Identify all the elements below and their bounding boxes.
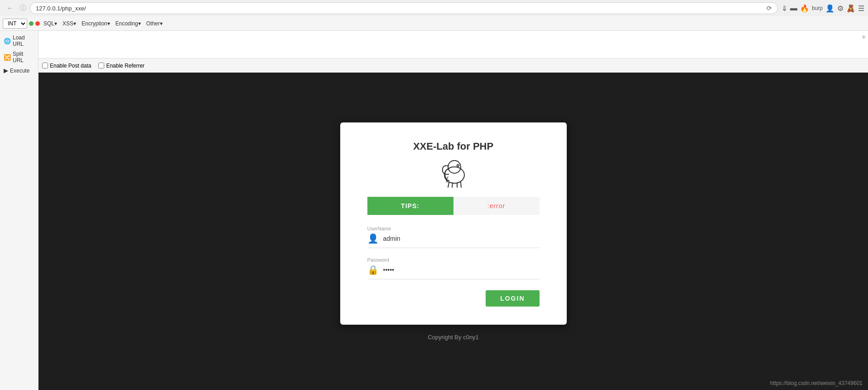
nav-icons: ⇓ ▬ 🔥 burp 👤 ⚙ 🧸 ☰ (781, 4, 864, 13)
password-row: 🔒 (367, 264, 540, 279)
address-bar[interactable]: 127.0.0.1/php_xxe/ ⟳ (30, 2, 778, 14)
enable-post-checkbox[interactable] (42, 63, 48, 68)
footer-link[interactable]: https://blog.csdn.net/weixin_43749601 (770, 380, 863, 386)
extensions-icon[interactable]: 🧸 (846, 4, 855, 13)
nav-bar: ← ⓘ 127.0.0.1/php_xxe/ ⟳ ⇓ ▬ 🔥 burp 👤 ⚙ … (0, 0, 868, 16)
sidebar-item-load-url[interactable]: 🌐 Load URL (0, 33, 38, 49)
enable-post-label: Enable Post data (50, 63, 91, 69)
password-input[interactable] (383, 266, 540, 273)
url-input-wrapper: + (39, 31, 868, 58)
load-url-label: Load URL (13, 34, 34, 47)
execute-label: Execute (10, 68, 29, 74)
url-text: 127.0.0.1/php_xxe/ (36, 5, 767, 12)
sidebar: 🌐 Load URL 🔀 Split URL ▶ Execute (0, 31, 39, 390)
menu-icon[interactable]: ☰ (858, 4, 864, 13)
right-panel: + Enable Post data Enable Referrer XXE-L… (39, 31, 868, 390)
dark-page: XXE-Lab for PHP (39, 73, 868, 390)
username-row: 👤 (367, 233, 540, 248)
password-field-group: Password 🔒 (367, 257, 540, 279)
username-input[interactable] (383, 235, 540, 242)
add-tab-button[interactable]: + (861, 33, 866, 42)
lock-icon: 🔒 (367, 264, 379, 275)
sql-menu[interactable]: SQL▾ (42, 20, 59, 28)
encoding-menu[interactable]: Encoding▾ (114, 20, 143, 28)
toolbar: INT SQL▾ XSS▾ Encryption▾ Encoding▾ Othe… (0, 16, 868, 31)
info-icon[interactable]: ⓘ (20, 4, 26, 12)
green-dot (29, 21, 34, 26)
user-icon[interactable]: 👤 (825, 4, 834, 13)
browser-body: 🌐 Load URL 🔀 Split URL ▶ Execute + (0, 31, 868, 390)
login-button[interactable]: LOGIN (486, 290, 539, 307)
split-url-icon: 🔀 (4, 54, 11, 61)
enable-post-option[interactable]: Enable Post data (42, 63, 91, 69)
enable-referrer-label: Enable Referrer (106, 63, 145, 69)
back-button[interactable]: ← (4, 2, 16, 15)
username-field-group: UserName 👤 (367, 226, 540, 248)
svg-line-4 (448, 182, 449, 187)
red-dot (35, 21, 40, 26)
sidebar-item-split-url[interactable]: 🔀 Split URL (0, 49, 38, 65)
tab-icon[interactable]: ▬ (790, 4, 797, 12)
settings-icon[interactable]: ⚙ (837, 4, 844, 13)
fire-icon[interactable]: 🔥 (800, 4, 809, 13)
sidebar-item-execute[interactable]: ▶ Execute (0, 65, 38, 76)
options-bar: Enable Post data Enable Referrer (39, 58, 868, 73)
svg-line-7 (461, 182, 461, 187)
card-title: XXE-Lab for PHP (367, 141, 540, 152)
login-card: XXE-Lab for PHP (340, 122, 567, 325)
split-url-label: Split URL (13, 51, 34, 63)
user-field-icon: 👤 (367, 233, 379, 244)
burp-label: burp (812, 5, 823, 11)
url-input[interactable] (39, 31, 868, 58)
elephant-logo (435, 158, 472, 190)
svg-line-5 (452, 183, 453, 187)
enable-referrer-checkbox[interactable] (98, 63, 104, 68)
tab-tips[interactable]: TIPS: (367, 197, 453, 215)
int-dropdown[interactable]: INT (3, 19, 27, 29)
svg-point-3 (458, 165, 458, 166)
execute-icon: ▶ (4, 67, 8, 74)
login-btn-row: LOGIN (367, 290, 540, 307)
tab-error[interactable]: :error (453, 197, 540, 215)
encryption-menu[interactable]: Encryption▾ (80, 20, 112, 28)
tab-bar: TIPS: :error (367, 197, 540, 215)
browser-window: ← ⓘ 127.0.0.1/php_xxe/ ⟳ ⇓ ▬ 🔥 burp 👤 ⚙ … (0, 0, 868, 390)
footer-copyright: Copyright By c0ny1 (428, 334, 479, 341)
enable-referrer-option[interactable]: Enable Referrer (98, 63, 145, 69)
other-menu[interactable]: Other▾ (145, 20, 164, 28)
back-icon: ← (6, 4, 14, 12)
xss-menu[interactable]: XSS▾ (61, 20, 78, 28)
load-url-icon: 🌐 (4, 38, 11, 44)
username-label: UserName (367, 226, 540, 231)
refresh-button[interactable]: ⟳ (767, 5, 772, 12)
password-label: Password (367, 257, 540, 263)
download-icon[interactable]: ⇓ (781, 4, 787, 13)
